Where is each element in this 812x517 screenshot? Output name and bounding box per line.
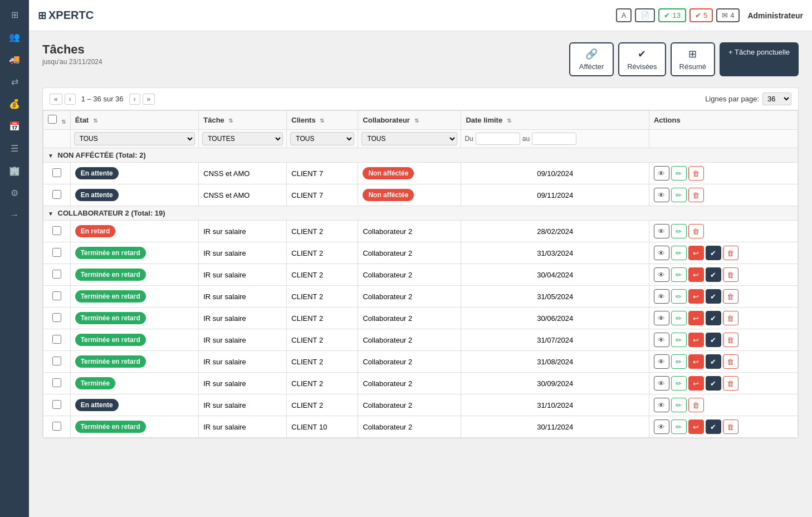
view-button[interactable]: 👁 [654, 246, 669, 260]
row-checkbox[interactable] [52, 400, 61, 409]
topbar-btn-mail[interactable]: ✉ 4 [716, 8, 740, 22]
edit-button[interactable]: ✏ [671, 354, 687, 369]
delete-button[interactable]: 🗑 [723, 246, 738, 260]
delete-button[interactable]: 🗑 [723, 267, 738, 282]
lines-per-page-select[interactable]: 36 50 100 [762, 92, 791, 105]
edit-button[interactable]: ✏ [671, 188, 687, 202]
approve-button[interactable]: ✔ [706, 333, 721, 347]
view-button[interactable]: 👁 [654, 398, 669, 412]
transfer-icon[interactable]: ⇄ [3, 71, 26, 91]
filter-etat-select[interactable]: TOUS En attente En retard Terminée Termi… [74, 132, 195, 145]
view-button[interactable]: 👁 [654, 267, 669, 282]
approve-button[interactable]: ✔ [706, 267, 721, 282]
undo-button[interactable]: ↩ [688, 333, 704, 347]
truck-icon[interactable]: 🚚 [3, 49, 26, 69]
filter-tache-select[interactable]: TOUTES [202, 132, 283, 145]
settings-icon[interactable]: ⚙ [3, 183, 26, 203]
topbar-btn-check[interactable]: ✔ 13 [658, 8, 686, 22]
row-checkbox[interactable] [52, 226, 61, 235]
view-button[interactable]: 👁 [654, 289, 669, 304]
row-checkbox[interactable] [52, 378, 61, 387]
undo-button[interactable]: ↩ [688, 311, 704, 325]
approve-button[interactable]: ✔ [706, 376, 721, 391]
approve-button[interactable]: ✔ [706, 311, 721, 325]
filter-date-du[interactable] [476, 133, 520, 145]
view-button[interactable]: 👁 [654, 420, 669, 434]
edit-button[interactable]: ✏ [671, 224, 687, 238]
resume-button[interactable]: ⊞ Résumé [671, 42, 715, 76]
calendar-icon[interactable]: 📅 [3, 116, 26, 136]
filter-collaborateur-select[interactable]: TOUS [361, 132, 457, 145]
undo-button[interactable]: ↩ [688, 246, 704, 260]
view-button[interactable]: 👁 [654, 311, 669, 325]
row-checkbox[interactable] [52, 270, 61, 279]
next-page-button[interactable]: › [129, 94, 140, 105]
row-checkbox[interactable] [52, 335, 61, 344]
edit-button[interactable]: ✏ [671, 289, 687, 304]
approve-button[interactable]: ✔ [706, 354, 721, 369]
delete-button[interactable]: 🗑 [688, 398, 704, 412]
row-checkbox[interactable] [52, 190, 61, 199]
hierarchy-icon[interactable]: 🏢 [3, 160, 26, 181]
filter-date-au[interactable] [532, 133, 576, 145]
users-icon[interactable]: 👥 [3, 27, 26, 47]
topbar-btn-doc[interactable]: 📄 [635, 8, 655, 22]
edit-button[interactable]: ✏ [671, 333, 687, 347]
row-checkbox[interactable] [52, 422, 61, 431]
affecter-button[interactable]: 🔗 Affécter [569, 42, 614, 76]
view-button[interactable]: 👁 [654, 333, 669, 347]
undo-button[interactable]: ↩ [688, 354, 704, 369]
delete-button[interactable]: 🗑 [688, 224, 704, 238]
edit-button[interactable]: ✏ [671, 246, 687, 260]
row-checkbox[interactable] [52, 291, 61, 300]
undo-button[interactable]: ↩ [688, 289, 704, 304]
undo-button[interactable]: ↩ [688, 420, 704, 434]
view-button[interactable]: 👁 [654, 188, 669, 202]
edit-button[interactable]: ✏ [671, 311, 687, 325]
last-page-button[interactable]: » [143, 94, 155, 105]
revisees-button[interactable]: ✔ Révisées [618, 42, 666, 76]
approve-button[interactable]: ✔ [706, 246, 721, 260]
approve-button[interactable]: ✔ [706, 289, 721, 304]
row-checkbox[interactable] [52, 168, 61, 177]
list-icon[interactable]: ☰ [3, 138, 26, 158]
money-icon[interactable]: 💰 [3, 94, 26, 114]
logout-icon[interactable]: → [3, 205, 26, 225]
first-page-button[interactable]: « [50, 94, 62, 105]
row-checkbox[interactable] [52, 313, 61, 322]
topbar-btn-alert[interactable]: ✔ 5 [689, 8, 713, 22]
edit-button[interactable]: ✏ [671, 267, 687, 282]
undo-button[interactable]: ↩ [688, 376, 704, 391]
status-badge: En attente [75, 399, 119, 411]
topbar-btn-a[interactable]: A [616, 8, 632, 22]
delete-button[interactable]: 🗑 [723, 333, 738, 347]
delete-button[interactable]: 🗑 [688, 166, 704, 181]
tasks-table: ⇅ État ⇅ Tâche ⇅ Clients ⇅ Collaborateur… [43, 110, 798, 438]
row-client-cell: CLIENT 2 [287, 264, 358, 286]
view-button[interactable]: 👁 [654, 354, 669, 369]
tache-ponctuelle-button[interactable]: + Tâche ponctuelle [720, 42, 799, 76]
delete-button[interactable]: 🗑 [723, 376, 738, 391]
page-subtitle: jusqu'au 23/11/2024 [42, 58, 102, 66]
select-all-checkbox[interactable] [48, 115, 57, 124]
table-row: Terminée en retard IR sur salaire CLIENT… [43, 416, 798, 438]
edit-button[interactable]: ✏ [671, 398, 687, 412]
delete-button[interactable]: 🗑 [723, 311, 738, 325]
view-button[interactable]: 👁 [654, 376, 669, 391]
delete-button[interactable]: 🗑 [723, 354, 738, 369]
edit-button[interactable]: ✏ [671, 166, 687, 181]
row-checkbox[interactable] [52, 357, 61, 365]
undo-button[interactable]: ↩ [688, 267, 704, 282]
approve-button[interactable]: ✔ [706, 420, 721, 434]
edit-button[interactable]: ✏ [671, 376, 687, 391]
edit-button[interactable]: ✏ [671, 420, 687, 434]
delete-button[interactable]: 🗑 [688, 188, 704, 202]
delete-button[interactable]: 🗑 [723, 289, 738, 304]
row-checkbox[interactable] [52, 248, 61, 257]
prev-page-button[interactable]: ‹ [65, 94, 76, 105]
filter-clients-select[interactable]: TOUS [290, 132, 354, 145]
view-button[interactable]: 👁 [654, 224, 669, 238]
view-button[interactable]: 👁 [654, 166, 669, 181]
dashboard-icon[interactable]: ⊞ [3, 4, 26, 25]
delete-button[interactable]: 🗑 [723, 420, 738, 434]
